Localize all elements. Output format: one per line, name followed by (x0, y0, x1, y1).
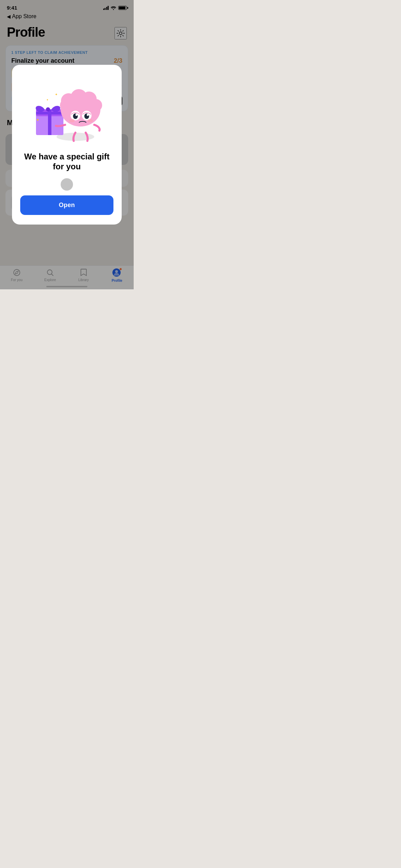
modal-dialog: ✦ ✦ ✦ ✦ (12, 65, 122, 225)
svg-point-21 (90, 99, 102, 111)
svg-point-25 (75, 114, 77, 116)
svg-text:✦: ✦ (46, 98, 49, 101)
gift-brain-illustration: ✦ ✦ ✦ ✦ (26, 75, 108, 144)
svg-rect-11 (36, 112, 63, 114)
scroll-indicator (61, 178, 73, 191)
svg-point-29 (69, 119, 75, 122)
svg-text:✦: ✦ (36, 118, 39, 122)
open-button[interactable]: Open (20, 195, 113, 215)
modal-title: We have a special gift for you (20, 152, 113, 172)
svg-point-22 (60, 99, 72, 111)
modal-overlay[interactable]: ✦ ✦ ✦ ✦ (0, 0, 134, 289)
modal-illustration: ✦ ✦ ✦ ✦ (26, 75, 108, 144)
svg-point-12 (46, 107, 50, 111)
svg-point-28 (87, 114, 89, 116)
svg-text:✦: ✦ (55, 93, 58, 96)
svg-point-30 (87, 119, 93, 122)
